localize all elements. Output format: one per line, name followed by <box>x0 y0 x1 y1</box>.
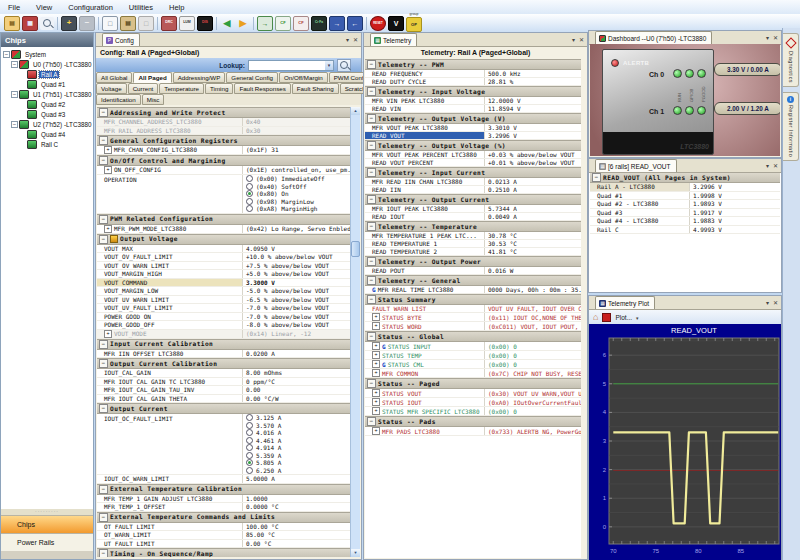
radio-iout-oc-fault-limit-3-125-a[interactable]: 3.125 A <box>243 414 351 422</box>
drc-check-button[interactable]: DRC <box>161 16 177 31</box>
tab-register-information[interactable]: i Register Informatio <box>783 92 799 161</box>
reset-button[interactable]: RESET <box>370 16 386 31</box>
section-on-off-control-and-margining[interactable]: −On/Off Control and Margining <box>97 155 351 166</box>
readvout-row-rail-c[interactable]: Rail C4.9993 V <box>590 226 780 235</box>
row-mfr-iout-cal-gain-tau-inv[interactable]: MFR_IOUT_CAL_GAIN_TAU_INV0.00 <box>97 386 351 395</box>
tree-item-u2-7-h52-ltc3880[interactable]: −U2 (7'h52) -LTC3880 <box>1 119 93 129</box>
home-icon[interactable]: ⌂ <box>593 313 598 322</box>
section-telemetry-output-voltage[interactable]: −Telemetry -- Output Voltage (%) <box>365 140 581 151</box>
section-telemetry-general[interactable]: −Telemetry -- General <box>365 275 581 286</box>
nvm-to-ram-button[interactable]: ← <box>347 16 363 31</box>
back-button[interactable]: ◀ <box>220 17 234 30</box>
save-button[interactable]: ▦ <box>22 16 38 31</box>
readvout-row-quad-1[interactable]: Quad #11.9998 V <box>590 192 780 201</box>
tree-item-rail-c[interactable]: Rail C <box>1 139 93 149</box>
section-input-current-calibration[interactable]: −Input Current Calibration <box>97 339 351 350</box>
section-output-current-calibration[interactable]: −Output Current Calibration <box>97 358 351 369</box>
section-status-global[interactable]: −Status -- Global <box>365 331 581 342</box>
row-mfr-vout-peak-ltc3880[interactable]: MFR_VOUT_PEAK_LTC38803.3010 V <box>365 124 581 132</box>
tree-item-system[interactable]: −System <box>1 49 93 59</box>
row-iout-cal-gain[interactable]: IOUT_CAL_GAIN8.00 mOhms <box>97 369 351 378</box>
row-status-input[interactable]: +GSTATUS_INPUT(0x00) 0 <box>365 342 581 351</box>
telemetry-tab[interactable]: ▦ Telemetry <box>370 33 417 46</box>
row-vout-command[interactable]: VOUT_COMMAND3.3000 V <box>97 279 351 288</box>
config-scrollbar[interactable]: ▲ ▼ <box>350 107 360 557</box>
menu-utilities[interactable]: Utilities <box>121 3 161 12</box>
group-op-button[interactable]: OPgroup <box>406 17 422 32</box>
row-status-temp[interactable]: +STATUS_TEMP(0x00) 0 <box>365 351 581 360</box>
row-read-vout[interactable]: READ_VOUT3.2996 V <box>365 132 581 140</box>
section-status-summary[interactable]: −Status Summary <box>365 294 581 305</box>
tree-item-quad-1[interactable]: Quad #1 <box>1 79 93 89</box>
radio-iout-oc-fault-limit-5-359-a[interactable]: 5.359 A <box>243 452 351 460</box>
menu-file[interactable]: File <box>0 3 28 12</box>
cfg-restore-button[interactable]: CF <box>293 16 309 31</box>
readvout-row-quad-3[interactable]: Quad #31.9917 V <box>590 209 780 218</box>
radio-iout-oc-fault-limit-3-570-a[interactable]: 3.570 A <box>243 422 351 430</box>
row-vout-margin-high[interactable]: VOUT_MARGIN_HIGH+5.0 % above/below VOUT <box>97 270 351 279</box>
row-mfr-temp-1-gain-adjust-ltc3880[interactable]: MFR_TEMP_1_GAIN_ADJUST_LTC38801.0000 <box>97 495 351 504</box>
radio-operation-0x00-immediateoff[interactable]: (0x00) ImmediateOff <box>243 175 351 183</box>
chevron-down-icon[interactable]: ▾ <box>325 61 333 70</box>
row-read-iin[interactable]: READ_IIN0.2510 A <box>365 186 581 194</box>
row-vout-max[interactable]: VOUT_MAX4.0950 V <box>97 245 351 254</box>
scroll-thumb[interactable] <box>351 241 360 257</box>
row-power-good-on[interactable]: POWER_GOOD_ON-7.0 % above/below VOUT <box>97 313 351 322</box>
lookup-combo[interactable]: ▾ <box>248 60 334 71</box>
section-telemetry-input-current[interactable]: −Telemetry -- Input Current <box>365 167 581 178</box>
row-read-duty-cycle[interactable]: READ_DUTY_CYCLE28.81 % <box>365 78 581 86</box>
section-telemetry-input-voltage[interactable]: −Telemetry -- Input Voltage <box>365 86 581 97</box>
config-tab-fault-responses[interactable]: Fault Responses <box>234 83 290 94</box>
verify-button[interactable]: V <box>388 16 404 31</box>
row-mfr-temperature-1-peak-ltc[interactable]: MFR_TEMPERATURE_1_PEAK_LTC...30.78 °C <box>365 232 581 240</box>
config-tab-all-paged[interactable]: All Paged <box>133 72 171 83</box>
row-vout-mode[interactable]: +VOUT_MODE(0x14) Linear, -12 <box>97 330 351 339</box>
config-tab-fault-sharing[interactable]: Fault Sharing <box>292 83 339 94</box>
plot-tab[interactable]: ▦ Telemetry Plot <box>595 296 655 309</box>
dashboard-menu-caret[interactable]: ▾ <box>766 34 769 41</box>
menu-help[interactable]: Help <box>161 3 192 12</box>
row-mfr-iout-cal-gain-tc-ltc3880[interactable]: MFR_IOUT_CAL_GAIN_TC_LTC38800 ppm/°C <box>97 378 351 387</box>
tree-item-quad-4[interactable]: Quad #4 <box>1 129 93 139</box>
config-tab-on-off-margin[interactable]: On/Off/Margin <box>279 72 328 83</box>
readvout-tab[interactable]: ▦ [6 rails] READ_VOUT <box>595 159 677 172</box>
row-vout-ov-warn-limit[interactable]: VOUT_OV_WARN_LIMIT+7.5 % above/below VOU… <box>97 262 351 271</box>
row-power-good-off[interactable]: POWER_GOOD_OFF-8.0 % above/below VOUT <box>97 321 351 330</box>
radio-iout-oc-fault-limit-5-805-a[interactable]: 5.805 A <box>243 459 351 467</box>
row-mfr-rail-address-ltc3880[interactable]: MFR_RAIL_ADDRESS_LTC38800x30 <box>97 127 351 136</box>
row-mfr-real-time-ltc3880[interactable]: GMFR_REAL_TIME_LTC38800000 Days, 00h : 0… <box>365 286 581 294</box>
remove-chip-button[interactable]: − <box>79 16 95 31</box>
dashboard-close-icon[interactable]: ✕ <box>773 34 778 41</box>
row-mfr-read-iin-chan-ltc3880[interactable]: MFR_READ_IIN_CHAN_LTC38800.0213 A <box>365 178 581 186</box>
row-vout-ov-fault-limit[interactable]: VOUT_OV_FAULT_LIMIT+10.0 % above/below V… <box>97 253 351 262</box>
export-page-button[interactable]: □ <box>138 16 154 31</box>
row-mfr-iout-cal-gain-theta[interactable]: MFR_IOUT_CAL_GAIN_THETA0.00 °C/W <box>97 395 351 404</box>
radio-iout-oc-fault-limit-4-016-a[interactable]: 4.016 A <box>243 429 351 437</box>
section-timing-on-sequence-ramp[interactable]: −Timing - On Sequence/Ramp <box>97 548 351 557</box>
row-ut-fault-limit[interactable]: UT_FAULT_LIMIT0.00 °C <box>97 540 351 549</box>
config-tab-temperature[interactable]: Temperature <box>159 83 204 94</box>
tree-item-quad-3[interactable]: Quad #3 <box>1 109 93 119</box>
row-iout-oc-warn-limit[interactable]: IOUT_OC_WARN_LIMIT5.0000 A <box>97 475 351 484</box>
section-output-voltage[interactable]: −Output Voltage <box>97 234 351 245</box>
tab-diagnostics[interactable]: Diagnostics <box>783 33 799 87</box>
clear-faults-button[interactable]: Cr Fa <box>311 16 327 31</box>
section-external-temperature-calibration[interactable]: −External Temperature Calibration <box>97 484 351 495</box>
section-general-configuration-registers[interactable]: −General Configuration Registers <box>97 135 351 146</box>
row-mfr-vout-peak-percent-ltc3880[interactable]: MFR_VOUT_PEAK_PERCENT_LTC3880+0.03 % abo… <box>365 151 581 159</box>
radio-iout-oc-fault-limit-4-914-a[interactable]: 4.914 A <box>243 444 351 452</box>
forward-button[interactable]: ▶ <box>236 17 250 30</box>
row-mfr-pwm-mode-ltc3880[interactable]: +MFR_PWM_MODE_LTC3880(0x42) Lo Range, Se… <box>97 225 351 234</box>
add-chip-button[interactable]: + <box>61 16 77 31</box>
readvout-menu-caret[interactable]: ▾ <box>766 162 769 169</box>
row-vout-margin-low[interactable]: VOUT_MARGIN_LOW-5.0 % above/below VOUT <box>97 287 351 296</box>
power-rails-nav-button[interactable]: Power Rails <box>1 533 93 551</box>
copy-button[interactable]: □ <box>102 16 118 31</box>
row-read-pout[interactable]: READ_POUT0.016 W <box>365 267 581 275</box>
section-telemetry-output-power[interactable]: −Telemetry -- Output Power <box>365 256 581 267</box>
lum-dis-button[interactable]: DIS <box>197 16 213 31</box>
section-addressing-and-write-protect[interactable]: −Addressing and Write Protect <box>97 107 351 118</box>
row-mfr-pads-ltc3880[interactable]: +MFR_PADS_LTC3880(0x733) ALERTB_NG, Powe… <box>365 427 581 436</box>
row-mfr-iin-offset-ltc3880[interactable]: MFR_IIN_OFFSET_LTC38800.0200 A <box>97 350 351 359</box>
row-vout-uv-warn-limit[interactable]: VOUT_UV_WARN_LIMIT-6.5 % above/below VOU… <box>97 296 351 305</box>
